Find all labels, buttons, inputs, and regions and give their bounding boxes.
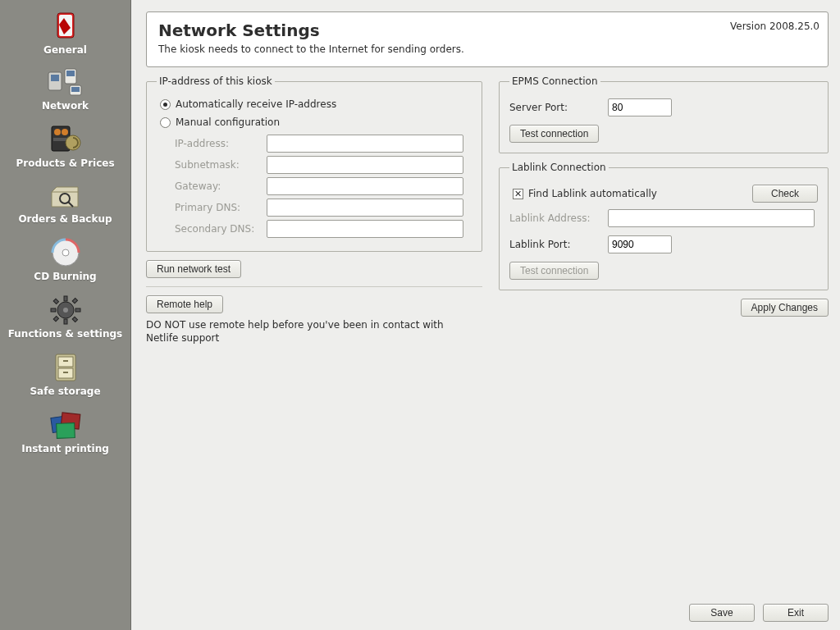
header: Version 2008.25.0 Network Settings The k… — [146, 11, 829, 67]
sidebar-item-label: Orders & Backup — [3, 213, 127, 225]
page-subtitle: The kiosk needs to connect to the Intern… — [158, 43, 816, 55]
epms-legend: EPMS Connection — [509, 75, 600, 87]
ip-auto-label: Automatically receive IP-address — [176, 98, 336, 110]
lablink-check-button[interactable]: Check — [752, 185, 818, 203]
sidebar-item-label: Network — [3, 100, 127, 112]
svg-rect-31 — [63, 360, 68, 362]
lablink-auto-checkbox[interactable]: ✕ — [513, 189, 523, 199]
lablink-addr-input[interactable] — [608, 209, 815, 227]
separator — [146, 286, 482, 287]
svg-point-19 — [63, 308, 68, 313]
ip-auto-radio[interactable]: Automatically receive IP-address — [160, 98, 472, 110]
cd-icon — [48, 236, 83, 269]
lablink-fieldset: Lablink Connection ✕ Find Lablink automa… — [499, 162, 829, 290]
svg-point-17 — [62, 249, 69, 256]
sidebar-item-label: CD Burning — [3, 271, 127, 282]
ip-address-label: IP-address: — [175, 138, 267, 149]
subnet-label: Subnetmask: — [175, 159, 267, 171]
sidebar-item-label: Safe storage — [3, 386, 127, 397]
svg-rect-35 — [56, 423, 75, 439]
sidebar-item-printing[interactable]: Instant printing — [0, 404, 130, 461]
general-icon — [48, 10, 84, 43]
ip-manual-radio[interactable]: Manual configuration — [160, 116, 472, 128]
radio-icon — [160, 117, 171, 128]
svg-rect-27 — [53, 316, 58, 321]
lablink-test-button[interactable]: Test connection — [509, 262, 599, 280]
sidebar-item-label: Instant printing — [3, 443, 127, 454]
svg-point-10 — [54, 129, 61, 135]
page-title: Network Settings — [158, 21, 816, 40]
epms-port-label: Server Port: — [509, 102, 600, 113]
epms-port-input[interactable] — [608, 98, 672, 116]
sidebar-item-products[interactable]: Products & Prices — [0, 118, 130, 176]
run-network-test-button[interactable]: Run network test — [146, 260, 241, 278]
gear-icon — [48, 294, 83, 326]
network-icon — [45, 67, 86, 98]
ip-fieldset: IP-address of this kiosk Automatically r… — [146, 75, 482, 252]
sidebar-item-safestorage[interactable]: Safe storage — [0, 346, 130, 404]
svg-rect-32 — [63, 372, 68, 373]
svg-rect-26 — [72, 298, 77, 303]
footer: Save Exit — [146, 596, 829, 622]
radio-icon — [160, 99, 171, 110]
printing-icon — [47, 409, 84, 441]
lablink-port-input[interactable] — [608, 235, 672, 253]
sidebar-item-cd[interactable]: CD Burning — [0, 231, 130, 289]
remote-help-button[interactable]: Remote help — [146, 295, 223, 313]
ip-address-input[interactable] — [267, 135, 463, 153]
sidebar-item-label: General — [3, 44, 127, 56]
remote-help-note: DO NOT use remote help before you've bee… — [146, 318, 458, 345]
gateway-label: Gateway: — [175, 180, 267, 192]
save-button[interactable]: Save — [689, 604, 755, 622]
svg-rect-22 — [51, 308, 56, 312]
dns2-input[interactable] — [267, 220, 463, 238]
svg-rect-21 — [64, 319, 67, 324]
sidebar-item-orders[interactable]: Orders & Backup — [0, 176, 130, 231]
orders-icon — [47, 180, 84, 212]
dns1-label: Primary DNS: — [175, 202, 267, 213]
sidebar-item-label: Functions & settings — [3, 328, 127, 340]
svg-rect-6 — [66, 71, 75, 76]
svg-rect-24 — [53, 299, 58, 304]
main: Version 2008.25.0 Network Settings The k… — [131, 0, 840, 630]
epms-fieldset: EPMS Connection Server Port: Test connec… — [499, 75, 829, 153]
gateway-input[interactable] — [267, 177, 463, 195]
ip-legend: IP-address of this kiosk — [157, 75, 275, 87]
version-label: Version 2008.25.0 — [730, 21, 819, 32]
subnet-input[interactable] — [267, 156, 463, 174]
svg-rect-25 — [72, 317, 77, 322]
svg-rect-8 — [71, 87, 80, 92]
sidebar-item-functions[interactable]: Functions & settings — [0, 289, 130, 346]
exit-button[interactable]: Exit — [763, 604, 829, 622]
sidebar-item-label: Products & Prices — [3, 158, 127, 169]
svg-point-11 — [62, 129, 68, 135]
epms-test-button[interactable]: Test connection — [509, 125, 599, 143]
sidebar-item-general[interactable]: General — [0, 5, 130, 62]
lablink-auto-label: Find Lablink automatically — [528, 188, 657, 199]
svg-rect-4 — [51, 75, 59, 81]
svg-rect-20 — [64, 296, 67, 301]
svg-rect-23 — [75, 308, 80, 312]
sidebar: General Network Products & Prices — [0, 0, 131, 630]
apply-changes-button[interactable]: Apply Changes — [741, 299, 829, 317]
dns2-label: Secondary DNS: — [175, 223, 267, 235]
ip-manual-label: Manual configuration — [176, 116, 280, 128]
lablink-port-label: Lablink Port: — [509, 239, 600, 250]
safe-icon — [49, 351, 82, 384]
products-icon — [47, 123, 84, 156]
dns1-input[interactable] — [267, 199, 463, 217]
sidebar-item-network[interactable]: Network — [0, 62, 130, 118]
lablink-addr-label: Lablink Address: — [509, 212, 600, 224]
lablink-legend: Lablink Connection — [509, 162, 609, 173]
